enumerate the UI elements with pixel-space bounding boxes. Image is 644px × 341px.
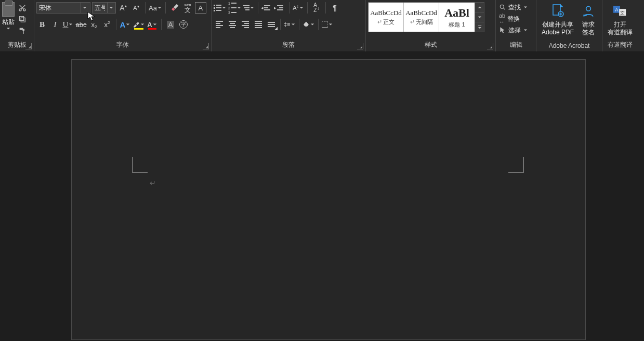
replace-button[interactable]: ab↔ 替换 xyxy=(498,14,534,24)
shading-button[interactable] xyxy=(303,19,315,30)
cut-icon[interactable] xyxy=(18,3,27,12)
strike-button[interactable]: abc xyxy=(75,19,87,30)
grow-font-button[interactable]: A▴ xyxy=(117,2,129,14)
align-right-button[interactable] xyxy=(240,19,251,30)
font-size-combo[interactable] xyxy=(92,2,116,14)
margin-corner-tl xyxy=(132,157,148,173)
enclose-char-button[interactable]: 字 xyxy=(178,19,189,30)
group-font: A▴ A▾ Aa wén文 A B I U abc x2 x2 xyxy=(34,0,212,51)
numbering-button[interactable]: 123 xyxy=(228,2,242,14)
align-center-button[interactable] xyxy=(227,19,238,30)
char-shading-button[interactable]: A xyxy=(165,19,176,30)
italic-button[interactable]: I xyxy=(49,19,61,30)
style-normal[interactable]: AaBbCcDd ↵正文 xyxy=(369,3,404,32)
group-acrobat: 创建并共享 Adobe PDF 请求 签名 Adobe Acrobat xyxy=(536,0,602,51)
group-styles: AaBbCcDd ↵正文 AaBbCcDd ↵无间隔 AaBl 标题 1 xyxy=(366,0,496,51)
style-heading-1[interactable]: AaBl 标题 1 xyxy=(439,3,475,32)
group-label-font: 字体 xyxy=(36,40,209,51)
find-caret[interactable] xyxy=(523,5,528,9)
decrease-indent-button[interactable]: ◂ xyxy=(261,2,273,14)
styles-gallery-scroll xyxy=(475,2,484,32)
multilevel-button[interactable] xyxy=(243,2,255,14)
svg-text:文: 文 xyxy=(620,10,625,16)
change-case-button[interactable]: Aa xyxy=(149,2,162,14)
create-pdf-button[interactable]: 创建并共享 Adobe PDF xyxy=(538,1,577,36)
group-label-editing: 编辑 xyxy=(498,40,534,51)
clipboard-launcher[interactable] xyxy=(25,43,32,49)
align-justify-button[interactable] xyxy=(253,19,264,30)
asian-layout-button[interactable]: A↕ xyxy=(293,2,304,14)
svg-rect-2 xyxy=(21,18,25,22)
align-distribute-button[interactable]: ◢ xyxy=(266,19,277,30)
svg-text:A: A xyxy=(615,7,619,12)
translate-icon: A文 xyxy=(613,3,627,19)
group-paragraph: 123 ◂ ▸ A↕ AZ↓ ¶ ◢ xyxy=(212,0,366,51)
paragraph-launcher[interactable] xyxy=(357,43,363,49)
youdao-open-button[interactable]: A文 打开 有道翻译 xyxy=(604,1,636,36)
style-no-spacing[interactable]: AaBbCcDd ↵无间隔 xyxy=(404,3,439,32)
group-clipboard: 粘贴 剪贴板 xyxy=(0,0,34,51)
text-effects-button[interactable]: A xyxy=(120,19,131,30)
find-button[interactable]: 查找 xyxy=(498,2,534,12)
ribbon: 粘贴 剪贴板 xyxy=(0,0,644,52)
group-label-acrobat: Adobe Acrobat xyxy=(538,41,600,51)
svg-rect-4 xyxy=(478,25,481,26)
paste-button[interactable]: 粘贴 xyxy=(2,1,15,31)
paste-menu-caret[interactable] xyxy=(6,27,11,31)
show-marks-button[interactable]: ¶ xyxy=(329,2,340,14)
group-label-styles: 样式 xyxy=(368,40,493,51)
bullets-button[interactable] xyxy=(214,2,227,14)
gallery-down-button[interactable] xyxy=(475,12,484,22)
borders-button[interactable] xyxy=(322,19,333,30)
request-sign-button[interactable]: 请求 签名 xyxy=(577,1,600,36)
pdf-icon xyxy=(551,3,564,19)
gallery-more-button[interactable] xyxy=(475,22,484,32)
font-color-button[interactable]: A xyxy=(147,19,158,30)
document-area: ↵ xyxy=(0,52,644,341)
svg-rect-3 xyxy=(20,17,24,21)
select-caret[interactable] xyxy=(523,28,528,32)
clear-format-button[interactable] xyxy=(169,2,180,14)
group-editing: 查找 ab↔ 替换 选择 编辑 xyxy=(496,0,536,51)
styles-launcher[interactable] xyxy=(487,43,493,49)
font-size-input[interactable] xyxy=(93,4,107,11)
sort-button[interactable]: AZ↓ xyxy=(311,2,322,14)
highlight-button[interactable] xyxy=(133,19,145,30)
svg-point-5 xyxy=(500,5,504,8)
font-name-combo[interactable] xyxy=(36,2,90,14)
page[interactable] xyxy=(71,59,586,340)
line-spacing-button[interactable]: ‡≡ xyxy=(284,19,296,30)
select-button[interactable]: 选择 xyxy=(498,25,534,35)
paste-icon xyxy=(2,2,15,17)
bold-button[interactable]: B xyxy=(36,19,48,30)
select-icon xyxy=(499,27,506,34)
gallery-up-button[interactable] xyxy=(475,3,484,12)
format-painter-icon[interactable] xyxy=(18,26,27,35)
group-label-youdao: 有道翻译 xyxy=(604,40,636,51)
group-youdao: A文 打开 有道翻译 有道翻译 xyxy=(602,0,638,51)
margin-corner-tr xyxy=(508,157,524,173)
paragraph-mark: ↵ xyxy=(150,179,156,187)
styles-gallery: AaBbCcDd ↵正文 AaBbCcDd ↵无间隔 AaBl 标题 1 xyxy=(368,2,475,32)
subscript-button[interactable]: x2 xyxy=(88,19,100,30)
font-size-caret[interactable] xyxy=(107,3,114,13)
replace-icon: ab↔ xyxy=(499,12,505,25)
copy-icon[interactable] xyxy=(18,15,27,24)
superscript-button[interactable]: x2 xyxy=(101,19,113,30)
font-name-caret[interactable] xyxy=(81,3,88,13)
shrink-font-button[interactable]: A▾ xyxy=(130,2,142,14)
font-name-input[interactable] xyxy=(37,4,81,11)
align-left-button[interactable] xyxy=(214,19,225,30)
char-border-button[interactable]: A xyxy=(195,2,206,14)
sign-icon xyxy=(582,3,595,19)
font-launcher[interactable] xyxy=(203,43,209,49)
paste-label: 粘贴 xyxy=(2,18,15,27)
phonetic-guide-button[interactable]: wén文 xyxy=(182,2,193,14)
group-label-paragraph: 段落 xyxy=(214,40,363,51)
underline-button[interactable]: U xyxy=(62,19,74,30)
increase-indent-button[interactable]: ▸ xyxy=(274,2,286,14)
search-icon xyxy=(499,4,506,11)
svg-point-8 xyxy=(586,6,591,11)
